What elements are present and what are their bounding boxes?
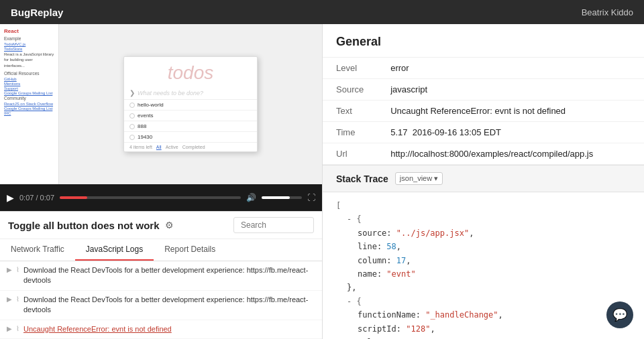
todos-footer: 4 items left All Active Completed bbox=[124, 143, 257, 151]
sidebar-section-example: Example bbox=[4, 36, 54, 41]
todo-checkbox-4[interactable] bbox=[129, 135, 135, 140]
info-row-time: Time 5.17 2016-09-16 13:05 EDT bbox=[323, 122, 644, 143]
todos-filter-completed[interactable]: Completed bbox=[182, 145, 205, 149]
sidebar-title: React bbox=[4, 28, 54, 34]
info-table: Level error Source javascript Text Uncau… bbox=[323, 58, 644, 165]
info-value-time: 5.17 2016-09-16 13:05 EDT bbox=[377, 122, 644, 143]
info-row-source: Source javascript bbox=[323, 79, 644, 100]
todos-input-area: ❯ What needs to be done? bbox=[124, 86, 257, 100]
info-label-time: Time bbox=[323, 122, 377, 143]
st-functionname: functionName: "_handleChange", bbox=[336, 308, 631, 322]
todos-app: todos ❯ What needs to be done? hello-wor… bbox=[123, 56, 258, 152]
st-scriptid: scriptId: "128", bbox=[336, 322, 631, 336]
log-text-3[interactable]: Uncaught ReferenceError: evnt is not def… bbox=[23, 324, 315, 334]
browser-main: todos ❯ What needs to be done? hello-wor… bbox=[59, 24, 322, 184]
json-view-button[interactable]: json_view ▾ bbox=[395, 172, 443, 185]
info-row-level: Level error bbox=[323, 58, 644, 79]
info-label-text: Text bbox=[323, 100, 377, 122]
todo-item-2: events bbox=[124, 111, 257, 121]
progress-bar[interactable] bbox=[60, 196, 241, 199]
st-name: name: "evnt" bbox=[336, 267, 631, 281]
log-text-2: Download the React DevTools for a better… bbox=[23, 295, 315, 316]
search-input[interactable] bbox=[233, 217, 314, 233]
stack-trace-title: Stack Trace bbox=[336, 174, 388, 184]
right-panel: General Level error Source javascript Te… bbox=[322, 24, 644, 339]
topbar: BugReplay Beatrix Kiddo bbox=[0, 0, 644, 24]
sidebar-official: Official Resources bbox=[4, 71, 54, 76]
log-row-3: ▶ ⌇ Uncaught ReferenceError: evnt is not… bbox=[0, 320, 322, 339]
chat-button[interactable]: 💬 bbox=[606, 301, 633, 328]
info-label-source: Source bbox=[323, 79, 377, 100]
left-panel: React Example TodoMVC.js TodoStore React… bbox=[0, 24, 322, 339]
log-error-icon-3: ⌇ bbox=[16, 325, 19, 332]
settings-icon[interactable]: ⚙ bbox=[165, 220, 174, 230]
todos-title: todos bbox=[124, 57, 257, 86]
sidebar-groups[interactable]: Google Groups Mailing List bbox=[4, 91, 54, 95]
sidebar-link-2[interactable]: TodoStore bbox=[4, 47, 54, 51]
panel-title: General bbox=[323, 24, 644, 58]
sidebar-irc[interactable]: IRC bbox=[4, 111, 54, 115]
sidebar-link-1[interactable]: TodoMVC.js bbox=[4, 42, 54, 46]
sidebar-mailing[interactable]: Google Groups Mailing List bbox=[4, 107, 54, 111]
info-value-source: javascript bbox=[377, 79, 644, 100]
volume-icon: 🔊 bbox=[246, 193, 256, 202]
info-row-url: Url http://localhost:8000/examples/react… bbox=[323, 143, 644, 165]
todos-filter-active[interactable]: Active bbox=[166, 145, 178, 149]
todos-filter-all[interactable]: All bbox=[156, 145, 162, 149]
st-line-1: line: 58, bbox=[336, 240, 631, 253]
bug-title-bar: Toggle all button does not work ⚙ bbox=[0, 212, 322, 239]
time-display: 0:07 / 0:07 bbox=[19, 194, 54, 202]
main-layout: React Example TodoMVC.js TodoStore React… bbox=[0, 24, 644, 339]
sidebar-github[interactable]: GitHub bbox=[4, 77, 54, 81]
fullscreen-button[interactable]: ⛶ bbox=[307, 193, 315, 202]
sidebar-stackoverflow[interactable]: ReactJS on Stack Overflow bbox=[4, 102, 54, 106]
st-column-1: column: 17, bbox=[336, 254, 631, 267]
todos-input-placeholder[interactable]: What needs to be done? bbox=[138, 90, 203, 96]
log-row-2: ▶ ⌇ Download the React DevTools for a be… bbox=[0, 291, 322, 320]
sidebar-mentions[interactable]: Mentions bbox=[4, 82, 54, 86]
log-play-3[interactable]: ▶ bbox=[7, 325, 12, 332]
user-name: Beatrix Kiddo bbox=[582, 7, 633, 17]
stack-trace-content: [ - { source: "../js/app.jsx", line: 58,… bbox=[323, 192, 644, 339]
play-button[interactable]: ▶ bbox=[7, 192, 14, 203]
tabs-row: Network Traffic JavaScript Logs Report D… bbox=[0, 239, 322, 261]
sidebar-description: React is a JavaScript library for buildi… bbox=[4, 52, 54, 68]
todo-checkbox-3[interactable] bbox=[129, 124, 135, 129]
st-dash-2: - { bbox=[336, 295, 631, 308]
todo-checkbox-2[interactable] bbox=[129, 113, 135, 119]
log-text-1: Download the React DevTools for a better… bbox=[23, 265, 315, 286]
volume-bar[interactable] bbox=[262, 196, 302, 199]
video-controls: ▶ 0:07 / 0:07 🔊 ⛶ bbox=[0, 184, 322, 211]
info-label-url: Url bbox=[323, 143, 377, 165]
app-logo: BugReplay bbox=[11, 7, 63, 18]
chevron-icon: ❯ bbox=[129, 89, 135, 96]
react-sidebar: React Example TodoMVC.js TodoStore React… bbox=[0, 24, 59, 184]
info-value-url: http://localhost:8000/examples/react/com… bbox=[377, 143, 644, 165]
info-row-text: Text Uncaught ReferenceError: evnt is no… bbox=[323, 100, 644, 122]
bottom-panel: Toggle all button does not work ⚙ Networ… bbox=[0, 211, 322, 339]
log-network-icon-2: ⌇ bbox=[16, 295, 19, 303]
log-network-icon-1: ⌇ bbox=[16, 266, 19, 273]
time-current: 0:07 bbox=[19, 194, 34, 202]
todo-item-4: 19430 bbox=[124, 132, 257, 143]
todo-item-1: hello-world bbox=[124, 100, 257, 111]
tab-network-traffic[interactable]: Network Traffic bbox=[0, 239, 75, 261]
st-dash-1: - { bbox=[336, 212, 631, 226]
tab-javascript-logs[interactable]: JavaScript Logs bbox=[75, 239, 154, 261]
time-total: 0:07 bbox=[40, 194, 54, 202]
bug-title-left: Toggle all button does not work ⚙ bbox=[8, 220, 174, 231]
info-label-level: Level bbox=[323, 58, 377, 79]
todos-count: 4 items left bbox=[129, 145, 152, 149]
video-area: React Example TodoMVC.js TodoStore React… bbox=[0, 24, 322, 211]
sidebar-support[interactable]: Support bbox=[4, 86, 54, 90]
info-value-level: error bbox=[377, 58, 644, 79]
todo-item-3: 888 bbox=[124, 121, 257, 132]
sidebar-community: Community bbox=[4, 96, 54, 100]
todo-checkbox-1[interactable] bbox=[129, 103, 135, 108]
st-source: source: "../js/app.jsx", bbox=[336, 226, 631, 240]
log-play-1[interactable]: ▶ bbox=[7, 266, 12, 273]
tab-report-details[interactable]: Report Details bbox=[154, 239, 226, 261]
info-value-text: Uncaught ReferenceError: evnt is not def… bbox=[377, 100, 644, 122]
browser-simulation: React Example TodoMVC.js TodoStore React… bbox=[0, 24, 322, 184]
log-play-2[interactable]: ▶ bbox=[7, 295, 12, 303]
